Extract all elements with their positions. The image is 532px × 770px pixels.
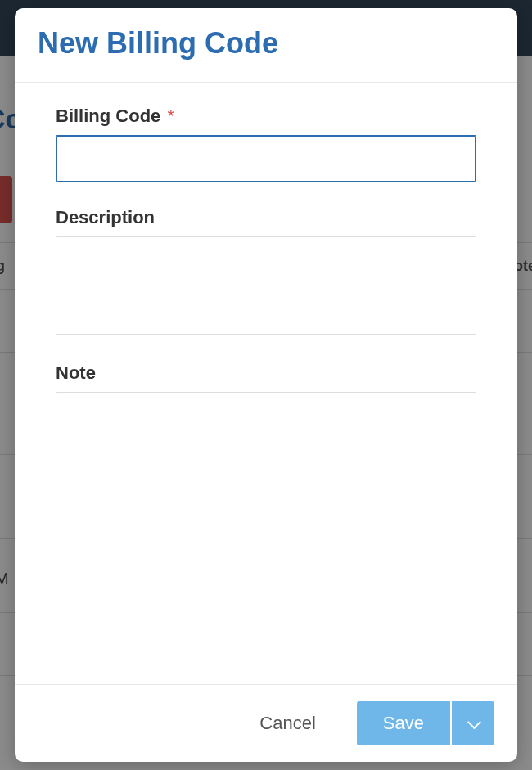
modal-body: Billing Code * Description Note <box>15 83 517 684</box>
save-button[interactable]: Save <box>357 701 450 745</box>
note-input[interactable] <box>56 392 476 619</box>
cancel-button[interactable]: Cancel <box>259 713 315 734</box>
save-dropdown-button[interactable] <box>452 701 494 745</box>
billing-code-label-text: Billing Code <box>56 106 160 126</box>
billing-code-label: Billing Code * <box>56 106 476 127</box>
description-group: Description <box>56 207 476 338</box>
chevron-down-icon <box>467 715 481 729</box>
modal-header: New Billing Code <box>15 8 517 83</box>
save-button-group: Save <box>357 701 494 745</box>
modal-footer: Cancel Save <box>15 684 517 762</box>
note-group: Note <box>56 362 476 623</box>
note-label: Note <box>56 362 476 384</box>
modal-title: New Billing Code <box>38 26 494 61</box>
billing-code-group: Billing Code * <box>56 106 476 182</box>
billing-code-input[interactable] <box>56 135 476 182</box>
new-billing-code-modal: New Billing Code Billing Code * Descript… <box>15 8 517 762</box>
description-label: Description <box>56 207 476 228</box>
required-indicator: * <box>167 106 174 126</box>
description-input[interactable] <box>56 236 476 335</box>
